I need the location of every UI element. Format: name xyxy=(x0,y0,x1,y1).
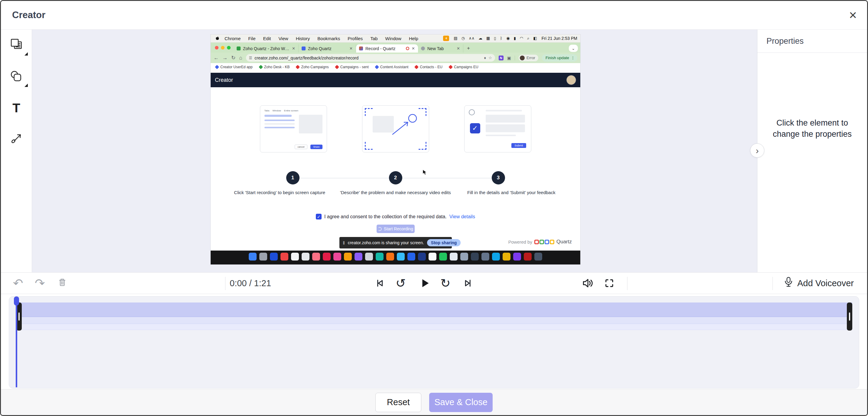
playhead-line[interactable] xyxy=(16,297,17,387)
tab-favicon xyxy=(302,46,306,50)
editor-header: Creator × xyxy=(1,1,867,30)
checkbox-illustration: ✓ xyxy=(470,123,480,133)
video-track[interactable] xyxy=(16,303,852,331)
dock-app-icon xyxy=(460,253,468,261)
dock-app-icon xyxy=(513,253,521,261)
kebab-menu-icon: ⋮ xyxy=(571,56,575,60)
tab-title: Zoho Quartz - Zoho WorkDri xyxy=(243,46,289,51)
share-chip: Share xyxy=(310,145,322,149)
status-icon: ▯ xyxy=(494,36,496,41)
dock-app-icon xyxy=(524,253,532,261)
browser-tab-strip: Zoho Quartz - Zoho WorkDri ✕ Zoho Quartz… xyxy=(211,42,580,53)
bookmark-label: Contacts - EU xyxy=(420,65,442,69)
status-icon: ⌕ xyxy=(527,36,529,41)
flyout-triangle-icon xyxy=(25,83,28,87)
skip-start-icon xyxy=(374,277,385,289)
mac-menu-item: Help xyxy=(409,36,418,41)
bookmark-label: Creator UserEd app xyxy=(220,65,253,69)
rewind-button[interactable]: ↺ xyxy=(396,276,406,290)
mac-menu-item: Chrome xyxy=(224,36,241,41)
bookmark-favicon xyxy=(375,65,379,69)
flyout-triangle-icon xyxy=(25,52,28,56)
new-tab-icon: + xyxy=(467,45,470,51)
dock-app-icon xyxy=(259,253,267,261)
dock-app-icon xyxy=(333,253,341,261)
bookmark-item: Contacts - EU xyxy=(415,65,442,69)
recorded-app-title: Creator xyxy=(215,77,233,83)
tab-close-icon: ✕ xyxy=(457,46,460,51)
undo-button[interactable]: ↶ xyxy=(13,277,23,289)
trim-end-handle[interactable] xyxy=(847,303,852,331)
dock-app-icon xyxy=(492,253,500,261)
draw-arrow-icon xyxy=(9,132,23,147)
tab-close-icon: ✕ xyxy=(292,46,295,51)
text-tool-button[interactable]: T xyxy=(8,101,25,115)
hide-link: Hide xyxy=(464,240,472,245)
redo-button[interactable]: ↷ xyxy=(35,277,45,289)
video-frame-preview[interactable]: ChromeFileEditViewHistoryBookmarksProfil… xyxy=(210,34,581,265)
status-icons: ▤◷∧∧☁▦▯ᛒ◉▮◠⌕◧ xyxy=(454,36,537,41)
redo-icon: ↷ xyxy=(35,277,45,289)
screens-tool-button[interactable] xyxy=(8,38,25,53)
dock-app-icon xyxy=(365,253,373,261)
dock-app-icon xyxy=(354,253,362,261)
step-number-badge: 1 xyxy=(286,171,300,184)
browser-tab: Zoho Quartz - Zoho WorkDri ✕ xyxy=(234,44,299,53)
add-voiceover-button[interactable]: Add Voiceover xyxy=(783,277,854,290)
dock-app-icon xyxy=(482,253,489,261)
quartz-brand-text: Quartz xyxy=(556,239,572,245)
video-clip-bar[interactable] xyxy=(16,303,852,317)
close-icon[interactable]: × xyxy=(849,8,857,22)
dock-app-icon xyxy=(323,253,331,261)
save-and-close-button[interactable]: Save & Close xyxy=(429,393,493,412)
consent-row: ✓ I agree and consent to the collection … xyxy=(211,214,580,219)
play-button[interactable] xyxy=(418,277,431,289)
tab-favicon xyxy=(237,46,241,50)
tab-favicon xyxy=(421,46,425,50)
draw-tool-button[interactable] xyxy=(8,132,25,147)
dock-app-icon xyxy=(249,253,256,261)
mac-menu-items: ChromeFileEditViewHistoryBookmarksProfil… xyxy=(224,36,418,41)
status-icon: ᛒ xyxy=(500,36,502,41)
reset-button[interactable]: Reset xyxy=(375,393,421,412)
playhead-handle[interactable] xyxy=(14,297,19,306)
tool-rail: T xyxy=(1,30,32,272)
address-bar: ☰ creator.zoho.com/_quartz/feedback/zoho… xyxy=(246,54,495,62)
timeline-section xyxy=(1,294,867,389)
forward-button[interactable]: ↻ xyxy=(440,276,451,290)
skip-to-start-button[interactable] xyxy=(374,277,385,289)
chevron-right-icon: › xyxy=(756,145,759,156)
consent-checkbox: ✓ xyxy=(316,214,321,219)
user-avatar xyxy=(566,75,576,85)
mac-status-tray: ▤◷∧∧☁▦▯ᛒ◉▮◠⌕◧ Fri 21 Jun 2:53 PM xyxy=(443,36,577,41)
status-icon: ◉ xyxy=(506,36,509,41)
finish-update-button: Finish update ⋮ xyxy=(542,54,577,62)
zoho-logo-icon xyxy=(534,240,554,244)
forward-icon: → xyxy=(222,55,227,61)
tab-title: Zoho Quartz xyxy=(308,46,347,51)
mac-menu-item: Edit xyxy=(263,36,271,41)
volume-button[interactable] xyxy=(581,277,594,289)
delete-button[interactable] xyxy=(57,277,68,289)
properties-title: Properties xyxy=(757,30,867,53)
collapse-panel-button[interactable]: › xyxy=(750,143,764,158)
fullscreen-button[interactable] xyxy=(603,277,615,289)
shapes-tool-button[interactable] xyxy=(8,69,25,84)
mac-menu-item: Tab xyxy=(370,36,377,41)
fullscreen-icon xyxy=(603,277,615,289)
skip-to-end-button[interactable] xyxy=(462,277,474,289)
step-caption: Click 'Start recording' to begin screen … xyxy=(222,190,338,195)
browser-tab-active: Record - Quartz ✕ xyxy=(356,44,418,53)
divider xyxy=(225,277,225,290)
extensions-icon: ▣ xyxy=(507,56,511,60)
step-caption: 'Describe' the problem and make necessar… xyxy=(338,190,453,195)
consent-text: I agree and consent to the collection of… xyxy=(324,214,447,219)
divider xyxy=(515,56,515,60)
step-captions: Click 'Start recording' to begin screen … xyxy=(222,190,569,195)
capture-illustration-card: Tabs Window Entire screen xyxy=(260,105,327,152)
dock-app-icon xyxy=(312,253,320,261)
forward-icon: ↻ xyxy=(440,276,451,290)
dock-app-icon xyxy=(386,253,394,261)
dock-app-icon xyxy=(471,253,479,261)
mac-menu-item: Bookmarks xyxy=(317,36,340,41)
